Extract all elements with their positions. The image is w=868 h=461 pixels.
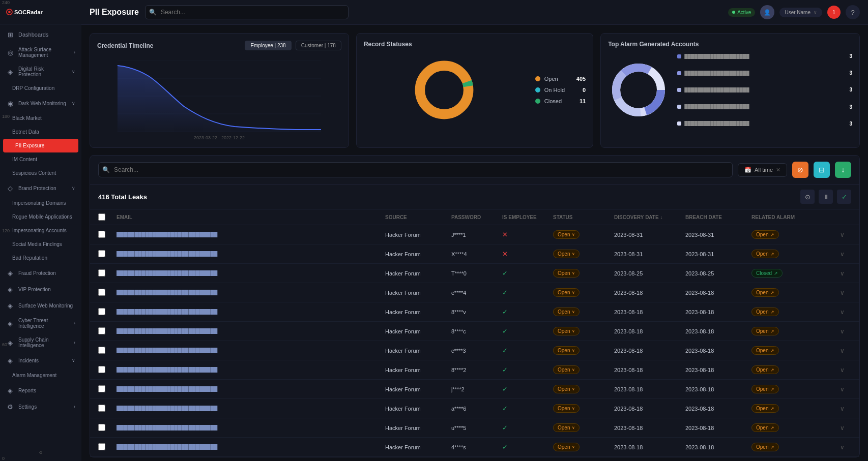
table-row[interactable]: ████████████████████████████ Hacker Foru… (90, 302, 859, 322)
row-expand-button[interactable]: ∨ (833, 386, 851, 393)
row-status[interactable]: Open ∨ (553, 327, 614, 335)
row-select-checkbox[interactable] (98, 443, 105, 450)
alarm-pill[interactable]: Open ↗ (751, 404, 779, 413)
row-select-checkbox[interactable] (98, 366, 105, 373)
alarm-pill[interactable]: Open ↗ (751, 365, 779, 374)
row-related-alarm[interactable]: Open ↗ (751, 308, 833, 316)
sidebar-item-suspicious[interactable]: Suspicious Content (0, 166, 81, 180)
time-filter[interactable]: 📅 All time ✕ (738, 163, 787, 177)
sidebar-item-dashboards[interactable]: ⊞ Dashboards (0, 26, 81, 43)
alarm-pill[interactable]: Open ↗ (751, 443, 779, 451)
row-select-checkbox[interactable] (98, 327, 105, 334)
user-menu[interactable]: User Name ∨ (779, 8, 822, 17)
row-checkbox[interactable] (98, 443, 117, 451)
sidebar-item-social-media[interactable]: Social Media Findings (0, 237, 81, 251)
row-expand-button[interactable]: ∨ (833, 289, 851, 296)
row-status[interactable]: Open ∨ (553, 404, 614, 413)
row-checkbox[interactable] (98, 250, 117, 258)
row-expand-button[interactable]: ∨ (833, 231, 851, 238)
status-pill[interactable]: Open ∨ (553, 250, 580, 258)
row-related-alarm[interactable]: Open ↗ (751, 250, 833, 258)
row-status[interactable]: Open ∨ (553, 250, 614, 258)
alarm-pill[interactable]: Open ↗ (751, 230, 779, 239)
row-related-alarm[interactable]: Open ↗ (751, 385, 833, 393)
row-status[interactable]: Open ∨ (553, 308, 614, 316)
sidebar-item-impersonating-domains[interactable]: Impersonating Domains (0, 196, 81, 210)
sidebar-item-fraud-protection[interactable]: ◈ Fraud Protection (0, 265, 81, 281)
select-all-checkbox[interactable] (98, 213, 105, 221)
status-pill[interactable]: Open ∨ (553, 308, 580, 316)
row-related-alarm[interactable]: Open ↗ (751, 423, 833, 432)
sidebar-item-alarm-management[interactable]: Alarm Management (0, 368, 81, 382)
row-select-checkbox[interactable] (98, 231, 105, 238)
sidebar-item-attack-surface[interactable]: ◎ Attack Surface Management › (0, 43, 81, 62)
row-expand-button[interactable]: ∨ (833, 328, 851, 335)
row-select-checkbox[interactable] (98, 269, 105, 276)
row-status[interactable]: Open ∨ (553, 423, 614, 432)
row-status[interactable]: Open ∨ (553, 230, 614, 239)
alarm-pill[interactable]: Open ↗ (751, 288, 779, 297)
row-related-alarm[interactable]: Open ↗ (751, 404, 833, 413)
row-related-alarm[interactable]: Open ↗ (751, 327, 833, 335)
sidebar-item-vip-protection[interactable]: ◈ VIP Protection (0, 281, 81, 297)
table-row[interactable]: ████████████████████████████ Hacker Foru… (90, 264, 859, 283)
sidebar-item-reports[interactable]: ◈ Reports (0, 382, 81, 398)
sidebar-item-supply-chain[interactable]: ◈ Supply Chain Intelligence › (0, 333, 81, 352)
table-row[interactable]: ████████████████████████████ Hacker Foru… (90, 244, 859, 264)
row-status[interactable]: Open ∨ (553, 288, 614, 297)
sidebar-item-pii-exposure[interactable]: PII Exposure (3, 139, 78, 152)
sidebar-collapse-button[interactable]: « (0, 444, 81, 461)
sidebar-item-settings[interactable]: ⚙ Settings › (0, 398, 81, 415)
status-pill[interactable]: Open ∨ (553, 327, 580, 335)
status-pill[interactable]: Open ∨ (553, 443, 580, 451)
row-select-checkbox[interactable] (98, 289, 105, 296)
status-pill[interactable]: Open ∨ (553, 385, 580, 393)
alarm-pill[interactable]: Open ↗ (751, 346, 779, 355)
tab-customer[interactable]: Customer | 178 (296, 41, 341, 50)
sidebar-item-incidents[interactable]: ◈ Incidents ∨ (0, 352, 81, 368)
status-pill[interactable]: Open ∨ (553, 269, 580, 278)
row-expand-button[interactable]: ∨ (833, 347, 851, 354)
status-pill[interactable]: Open ∨ (553, 288, 580, 297)
status-pill[interactable]: Open ∨ (553, 404, 580, 413)
sidebar-item-surface-web[interactable]: ◈ Surface Web Monitoring (0, 297, 81, 314)
table-row[interactable]: ████████████████████████████ Hacker Foru… (90, 380, 859, 399)
filter-btn-green[interactable]: ↓ (835, 162, 851, 178)
sidebar-item-digital-risk[interactable]: ◈ Digital Risk Protection ∨ (0, 62, 81, 81)
avatar[interactable]: 👤 (760, 5, 774, 19)
status-pill[interactable]: Open ∨ (553, 230, 580, 239)
topbar-search-input[interactable] (145, 5, 349, 19)
row-checkbox[interactable] (98, 269, 117, 278)
sidebar-item-dark-web[interactable]: ◉ Dark Web Monitoring ∨ (0, 95, 81, 111)
row-select-checkbox[interactable] (98, 385, 105, 392)
row-related-alarm[interactable]: Open ↗ (751, 365, 833, 374)
alarm-pill[interactable]: Open ↗ (751, 423, 779, 432)
table-row[interactable]: ████████████████████████████ Hacker Foru… (90, 341, 859, 360)
row-select-checkbox[interactable] (98, 250, 105, 257)
sidebar-item-im-content[interactable]: IM Content (0, 152, 81, 166)
row-select-checkbox[interactable] (98, 424, 105, 431)
row-related-alarm[interactable]: Open ↗ (751, 230, 833, 239)
row-checkbox[interactable] (98, 231, 117, 239)
filter-btn-teal[interactable]: ⊟ (814, 162, 830, 178)
alarm-pill[interactable]: Open ↗ (751, 250, 779, 258)
row-expand-button[interactable]: ∨ (833, 424, 851, 432)
row-status[interactable]: Open ∨ (553, 269, 614, 278)
sidebar-item-brand-protection[interactable]: ◇ Brand Protection ∨ (0, 180, 81, 196)
action-btn-pause[interactable]: ⏸ (819, 190, 833, 204)
row-related-alarm[interactable]: Open ↗ (751, 443, 833, 451)
action-btn-filter[interactable]: ⊙ (800, 190, 815, 204)
table-row[interactable]: ████████████████████████████ Hacker Foru… (90, 418, 859, 438)
row-status[interactable]: Open ∨ (553, 365, 614, 374)
row-expand-button[interactable]: ∨ (833, 270, 851, 277)
row-expand-button[interactable]: ∨ (833, 405, 851, 412)
sidebar-item-cyber-threat[interactable]: ◈ Cyber Threat Intelligence › (0, 314, 81, 333)
sidebar-item-drp-config[interactable]: DRP Configuration (0, 81, 81, 95)
help-button[interactable]: ? (846, 5, 860, 19)
table-search-input[interactable] (98, 162, 733, 177)
row-checkbox[interactable] (98, 289, 117, 297)
sidebar-item-bad-reputation[interactable]: Bad Reputation (0, 251, 81, 265)
row-checkbox[interactable] (98, 424, 117, 432)
status-pill[interactable]: Open ∨ (553, 365, 580, 374)
alarm-pill[interactable]: Open ↗ (751, 308, 779, 316)
